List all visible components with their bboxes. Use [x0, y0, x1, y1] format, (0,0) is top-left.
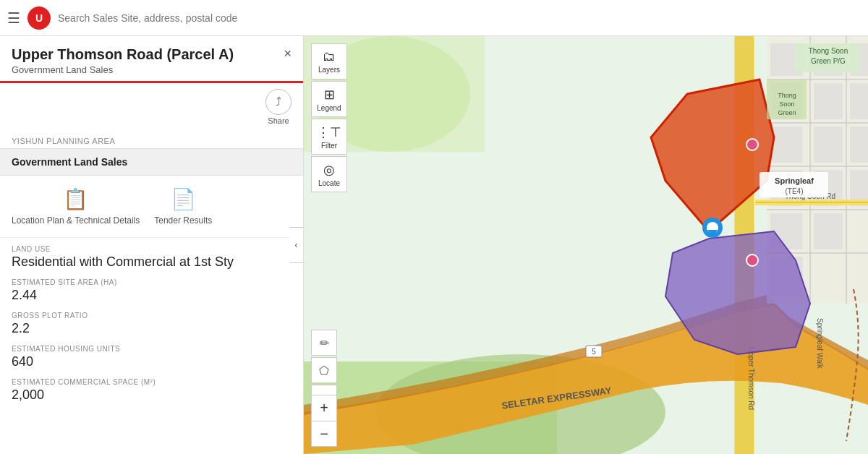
- svg-text:Soon: Soon: [779, 100, 794, 108]
- svg-text:Springleaf Walk: Springleaf Walk: [816, 318, 824, 369]
- plot-ratio-label: GROSS PLOT RATIO: [12, 312, 292, 320]
- site-area-value: 2.44: [12, 288, 292, 303]
- svg-point-52: [746, 254, 758, 266]
- location-plan-label: Location Plan & Technical Details: [12, 215, 140, 226]
- svg-text:5: 5: [592, 348, 596, 356]
- locate-label: Locate: [318, 179, 340, 187]
- layers-icon: 🗂: [323, 49, 336, 64]
- svg-text:Upper Thomson Rd: Upper Thomson Rd: [747, 347, 755, 410]
- filter-label: Filter: [321, 142, 337, 150]
- map-toolbar: 🗂 Layers ⊞ Legend ⋮⊤ Filter ◎ Locate: [311, 43, 347, 192]
- layers-label: Layers: [318, 66, 340, 74]
- sidebar: Upper Thomson Road (Parcel A) × Governme…: [0, 36, 304, 454]
- docs-row: 📋 Location Plan & Technical Details 📄 Te…: [0, 176, 303, 238]
- svg-rect-24: [814, 127, 843, 163]
- header: ☰ U: [0, 0, 868, 36]
- menu-icon[interactable]: ☰: [7, 9, 20, 27]
- share-label: Share: [268, 116, 289, 125]
- sidebar-subtitle: Government Land Sales: [12, 64, 292, 75]
- svg-text:(TE4): (TE4): [786, 187, 804, 195]
- filter-icon: ⋮⊤: [317, 124, 341, 140]
- collapse-button[interactable]: ‹: [289, 227, 304, 263]
- svg-rect-23: [814, 83, 843, 119]
- site-area-label: ESTIMATED SITE AREA (HA): [12, 278, 292, 286]
- map-container[interactable]: SELETAR EXPRESSWAY: [304, 36, 868, 454]
- locate-button[interactable]: ◎ Locate: [311, 156, 347, 192]
- locate-icon: ◎: [323, 162, 335, 178]
- commercial-space-label: ESTIMATED COMMERCIAL SPACE (M²): [12, 378, 292, 386]
- pen-icon: ✏: [320, 336, 329, 350]
- location-plan-button[interactable]: 📋 Location Plan & Technical Details: [12, 187, 140, 226]
- plot-ratio-value: 2.2: [12, 321, 292, 336]
- svg-rect-18: [770, 127, 803, 163]
- housing-units-value: 640: [12, 354, 292, 369]
- legend-button[interactable]: ⊞ Legend: [311, 81, 347, 117]
- main-content: Upper Thomson Road (Parcel A) × Governme…: [0, 36, 868, 454]
- legend-icon: ⊞: [324, 87, 335, 103]
- svg-text:Springleaf: Springleaf: [775, 176, 814, 185]
- section-header: Government Land Sales: [0, 148, 303, 176]
- tender-results-button[interactable]: 📄 Tender Results: [154, 187, 212, 226]
- location-plan-icon: 📋: [63, 187, 88, 211]
- polygon-icon: ⬠: [319, 364, 329, 377]
- svg-point-51: [746, 139, 758, 150]
- tender-results-label: Tender Results: [154, 215, 212, 226]
- logo: U: [27, 7, 51, 30]
- svg-rect-28: [850, 83, 868, 119]
- land-use-label: LAND USE: [12, 245, 292, 253]
- housing-units-label: ESTIMATED HOUSING UNITS: [12, 345, 292, 353]
- map-svg: SELETAR EXPRESSWAY: [304, 36, 868, 454]
- sidebar-title: Upper Thomson Road (Parcel A): [12, 46, 292, 63]
- pen-tool-button[interactable]: ✏: [311, 330, 337, 356]
- svg-rect-26: [814, 213, 843, 249]
- share-row: ⤴ Share: [0, 83, 303, 131]
- svg-text:Thong Soon: Thong Soon: [809, 47, 848, 55]
- planning-area-label: YISHUN PLANNING AREA: [0, 131, 303, 148]
- close-button[interactable]: ×: [284, 46, 292, 61]
- search-input[interactable]: [58, 6, 861, 30]
- zoom-controls: + −: [311, 395, 337, 447]
- zoom-out-button[interactable]: −: [311, 421, 337, 447]
- zoom-in-button[interactable]: +: [311, 395, 337, 421]
- svg-text:Green P/G: Green P/G: [811, 57, 846, 65]
- legend-label: Legend: [317, 104, 341, 112]
- land-use-value: Residential with Commercial at 1st Sty: [12, 254, 292, 270]
- commercial-space-value: 2,000: [12, 387, 292, 403]
- housing-units-field: ESTIMATED HOUSING UNITS 640: [12, 345, 292, 369]
- svg-rect-29: [850, 127, 868, 163]
- tender-results-icon: 📄: [171, 187, 196, 211]
- share-button[interactable]: ⤴ Share: [265, 89, 292, 125]
- site-area-field: ESTIMATED SITE AREA (HA) 2.44: [12, 278, 292, 303]
- polygon-tool-button[interactable]: ⬠: [311, 357, 337, 383]
- plot-ratio-field: GROSS PLOT RATIO 2.2: [12, 312, 292, 336]
- data-section: LAND USE Residential with Commercial at …: [0, 238, 303, 419]
- commercial-space-field: ESTIMATED COMMERCIAL SPACE (M²) 2,000: [12, 378, 292, 403]
- filter-button[interactable]: ⋮⊤ Filter: [311, 119, 347, 155]
- svg-text:Thong: Thong: [778, 92, 796, 99]
- share-icon: ⤴: [265, 89, 292, 115]
- layers-button[interactable]: 🗂 Layers: [311, 43, 347, 80]
- sidebar-header: Upper Thomson Road (Parcel A) × Governme…: [0, 36, 303, 83]
- land-use-field: LAND USE Residential with Commercial at …: [12, 245, 292, 270]
- svg-text:Green: Green: [778, 109, 796, 116]
